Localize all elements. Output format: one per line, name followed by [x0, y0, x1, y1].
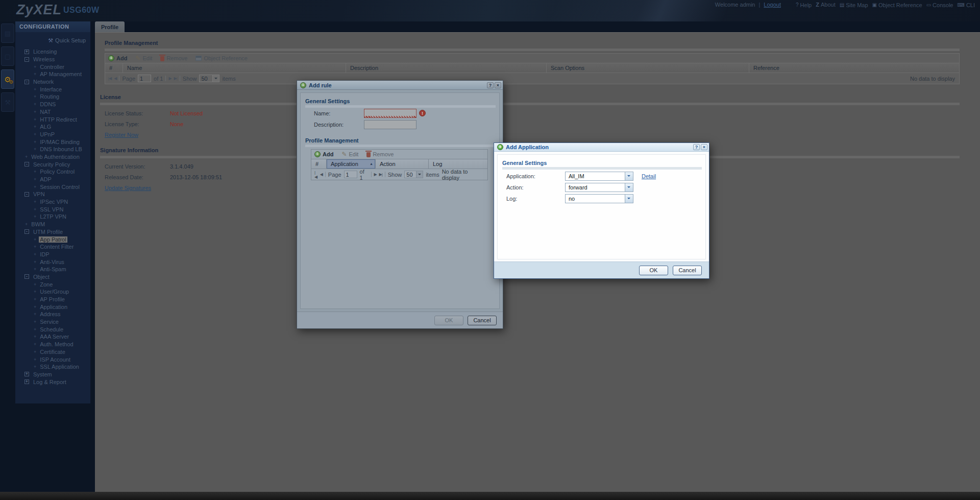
sidebar-item-nat[interactable]: +NAT — [15, 108, 90, 116]
tab-profile[interactable]: Profile — [95, 21, 125, 32]
sidebar-item-adp[interactable]: +ADP — [15, 176, 90, 183]
tree-collapse-icon[interactable]: - — [24, 57, 29, 62]
sidebar-item-anti-spam[interactable]: +Anti-Spam — [15, 266, 90, 273]
update-signatures-link[interactable]: Update Signatures — [105, 185, 151, 192]
rail-monitor-button[interactable]: ▢ — [1, 46, 14, 66]
rail-configuration-button[interactable]: ⚙ — [1, 69, 14, 89]
ok-button[interactable]: OK — [639, 266, 668, 275]
rail-maintenance-button[interactable]: ⚒ — [1, 92, 14, 112]
sidebar-item-ap-profile[interactable]: +AP Profile — [15, 296, 90, 303]
sidebar-item-auth-method[interactable]: +Auth. Method — [15, 341, 90, 348]
column-header-action[interactable]: Action — [376, 159, 429, 169]
application-select[interactable]: All_IM — [565, 172, 633, 181]
sidebar-item-controller[interactable]: +Controller — [15, 63, 90, 70]
sidebar-item-vpn[interactable]: -VPN — [15, 191, 90, 198]
tree-expand-icon[interactable]: + — [24, 50, 29, 54]
name-input[interactable] — [364, 109, 416, 118]
cancel-button[interactable]: Cancel — [468, 316, 497, 325]
column-header-description[interactable]: Description — [346, 63, 547, 73]
add-button[interactable]: + Add — [314, 151, 333, 157]
sidebar-item-interface[interactable]: +Interface — [15, 85, 90, 93]
object-reference-button[interactable]: Object Reference — [195, 55, 248, 61]
tree-collapse-icon[interactable]: - — [24, 192, 29, 197]
menu-item-site_map[interactable]: ▤Site Map — [840, 2, 868, 8]
action-select[interactable]: forward — [565, 183, 633, 192]
tree-expand-icon[interactable]: + — [24, 379, 29, 384]
add-button[interactable]: + Add — [108, 55, 127, 61]
prev-page-button[interactable]: ◀ — [320, 172, 323, 177]
sidebar-item-network[interactable]: -Network — [15, 78, 90, 86]
sidebar-item-wireless[interactable]: -Wireless — [15, 56, 90, 63]
sidebar-item-ip-mac-binding[interactable]: +IP/MAC Binding — [15, 138, 90, 146]
sidebar-item-log-report[interactable]: +Log & Report — [15, 378, 90, 386]
sidebar-item-http-redirect[interactable]: +HTTP Redirect — [15, 115, 90, 123]
sidebar-item-user-group[interactable]: +User/Group — [15, 288, 90, 296]
page-size-select[interactable]: 50 — [199, 75, 219, 82]
register-now-link[interactable]: Register Now — [105, 132, 138, 138]
detail-link[interactable]: Detail — [642, 173, 656, 179]
sidebar-item-licensing[interactable]: +Licensing — [15, 48, 90, 56]
sidebar-item-anti-virus[interactable]: +Anti-Virus — [15, 258, 90, 266]
sidebar-item-service[interactable]: +Service — [15, 318, 90, 326]
sidebar-item-ddns[interactable]: +DDNS — [15, 101, 90, 108]
first-page-button[interactable]: |◀ — [314, 170, 317, 179]
dialog-close-button[interactable]: × — [495, 82, 501, 88]
sidebar-item-bwm[interactable]: +BWM — [15, 221, 90, 228]
tree-collapse-icon[interactable]: - — [24, 274, 29, 279]
tree-expand-icon[interactable]: + — [24, 372, 29, 376]
sidebar-item-schedule[interactable]: +Schedule — [15, 325, 90, 333]
sidebar-item-isp-account[interactable]: +ISP Account — [15, 355, 90, 363]
edit-button[interactable]: ✎ Edit — [341, 151, 358, 157]
ok-button[interactable]: OK — [434, 316, 463, 325]
menu-item-object_reference[interactable]: ▣Object Reference — [872, 2, 922, 8]
sidebar-item-ipsec-vpn[interactable]: +IPSec VPN — [15, 198, 90, 206]
quick-setup-button[interactable]: ⚒ Quick Setup — [15, 35, 90, 45]
sidebar-item-content-filter[interactable]: +Content Filter — [15, 243, 90, 251]
dialog-close-button[interactable]: × — [701, 144, 707, 150]
sidebar-item-alg[interactable]: +ALG — [15, 123, 90, 131]
column-header-number[interactable]: # — [105, 63, 123, 73]
sidebar-item-ssl-application[interactable]: +SSL Application — [15, 363, 90, 371]
description-input[interactable] — [364, 120, 416, 129]
sidebar-item-application[interactable]: +Application — [15, 303, 90, 311]
menu-item-about[interactable]: ZAbout — [816, 2, 835, 8]
menu-item-help[interactable]: ?Help — [796, 2, 812, 8]
sidebar-item-zone[interactable]: +Zone — [15, 280, 90, 288]
sidebar-item-object[interactable]: -Object — [15, 273, 90, 281]
remove-button[interactable]: Remove — [160, 55, 187, 61]
remove-button[interactable]: Remove — [366, 151, 394, 157]
menu-item-cli[interactable]: ⌨CLI — [957, 2, 975, 8]
sidebar-item-app-patrol[interactable]: +App Patrol — [15, 235, 90, 243]
last-page-button[interactable]: ▶| — [174, 76, 177, 81]
column-header-name[interactable]: Name — [123, 63, 346, 73]
last-page-button[interactable]: ▶| — [379, 172, 382, 177]
sidebar-item-certificate[interactable]: +Certificate — [15, 348, 90, 356]
column-header-log[interactable]: Log — [429, 159, 487, 169]
sidebar-item-aaa-server[interactable]: +AAA Server — [15, 333, 90, 341]
dialog-help-button[interactable]: ? — [487, 82, 494, 88]
sidebar-item-ap-management[interactable]: +AP Management — [15, 70, 90, 78]
sidebar-item-ssl-vpn[interactable]: +SSL VPN — [15, 205, 90, 213]
sidebar-item-l2tp-vpn[interactable]: +L2TP VPN — [15, 213, 90, 221]
sidebar-item-routing[interactable]: +Routing — [15, 93, 90, 101]
sidebar-item-session-control[interactable]: +Session Control — [15, 183, 90, 191]
cancel-button[interactable]: Cancel — [673, 266, 702, 275]
sidebar-item-idp[interactable]: +IDP — [15, 251, 90, 258]
column-header-application[interactable]: Application▲ — [327, 159, 376, 169]
sidebar-item-upnp[interactable]: +UPnP — [15, 131, 90, 138]
next-page-button[interactable]: ▶ — [374, 172, 376, 177]
log-select[interactable]: no — [565, 194, 633, 203]
logout-link[interactable]: Logout — [764, 2, 781, 8]
tree-collapse-icon[interactable]: - — [24, 80, 29, 84]
prev-page-button[interactable]: ◀ — [114, 76, 116, 81]
column-header-number[interactable]: # — [311, 159, 327, 169]
column-header-scan-options[interactable]: Scan Options — [547, 63, 749, 73]
sidebar-item-policy-control[interactable]: +Policy Control — [15, 168, 90, 176]
page-size-select[interactable]: 50 — [404, 171, 423, 178]
sidebar-item-dns-inbound-lb[interactable]: +DNS Inbound LB — [15, 146, 90, 153]
rail-dashboard-button[interactable]: ▤ — [1, 23, 14, 43]
tree-collapse-icon[interactable]: - — [24, 229, 29, 234]
tree-collapse-icon[interactable]: - — [24, 162, 29, 166]
dialog-help-button[interactable]: ? — [693, 144, 700, 150]
sidebar-item-web-authentication[interactable]: +Web Authentication — [15, 153, 90, 161]
